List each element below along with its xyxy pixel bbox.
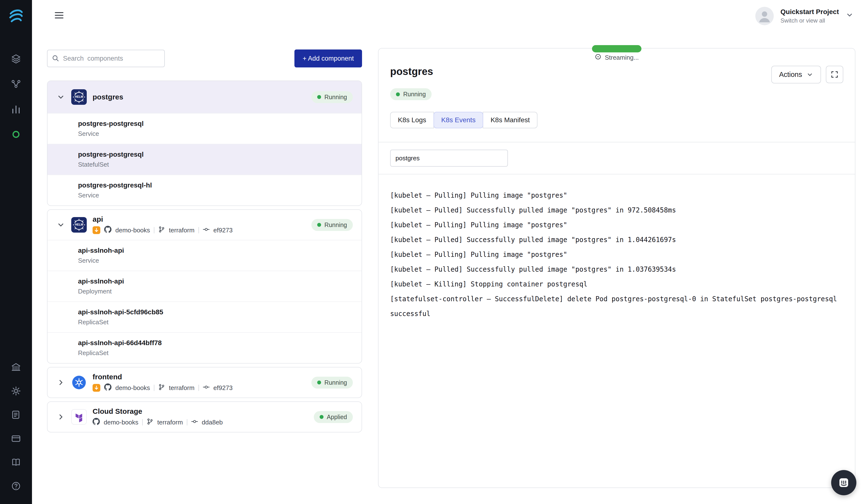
repo-name: demo-books: [104, 419, 138, 426]
detail-actions: Actions: [771, 66, 843, 83]
detail-card: Streaming... postgres Actions: [378, 48, 855, 488]
resource-row[interactable]: api-sslnoh-api-5cfd96cb85 ReplicaSet: [48, 302, 362, 332]
detail-header: postgres Actions: [390, 66, 843, 83]
component-meta: demo-books terraform ef9273: [93, 226, 232, 235]
component-title-block: frontend demo-books: [93, 373, 232, 392]
components-panel: + Add component HELM: [47, 32, 362, 504]
event-line: [kubelet — Pulled] Successfully pulled i…: [390, 203, 843, 218]
main-area: Quickstart Project Switch or view all: [32, 0, 868, 504]
repo-name: demo-books: [115, 226, 150, 234]
events-log[interactable]: [kubelet — Pulling] Pulling image "postg…: [390, 174, 843, 331]
fullscreen-button[interactable]: [826, 66, 843, 83]
divider: [198, 385, 199, 391]
repo-name: demo-books: [115, 384, 150, 392]
git-branch-icon: [147, 418, 153, 427]
component-meta: demo-books terraform ef9273: [93, 383, 232, 392]
spinner-icon: [595, 53, 601, 62]
event-line: [kubelet — Pulling] Pulling image "postg…: [390, 218, 843, 232]
component-search: [47, 50, 165, 67]
chevron-down-icon[interactable]: [56, 220, 65, 230]
metrics-icon[interactable]: [7, 102, 25, 117]
commit-hash: ef9273: [214, 384, 233, 392]
detail-title: postgres: [390, 66, 433, 77]
search-icon: [52, 54, 59, 64]
component-meta: demo-books terraform dda8eb: [93, 418, 223, 427]
terraform-icon: [71, 409, 87, 425]
component-title-block: api demo-books: [93, 215, 232, 235]
settings-gear-icon[interactable]: [7, 384, 25, 398]
actions-button[interactable]: Actions: [771, 66, 821, 83]
avatar[interactable]: [755, 7, 774, 25]
component-name: postgres: [93, 93, 123, 101]
chevron-down-icon[interactable]: [56, 92, 65, 102]
component-name: frontend: [93, 373, 232, 381]
component-header-api[interactable]: HELM api: [48, 210, 362, 240]
divider: [187, 419, 187, 425]
kubernetes-icon: [71, 375, 87, 390]
rail-secondary-nav: [7, 360, 25, 493]
chevron-down-icon[interactable]: [846, 11, 854, 21]
tab-k8s-events[interactable]: K8s Events: [434, 112, 484, 128]
rail-primary-nav: [7, 51, 25, 142]
status-badge: Running: [390, 88, 432, 100]
component-card-api: HELM api: [47, 209, 362, 364]
svg-text:HELM: HELM: [75, 95, 83, 99]
templates-icon[interactable]: [7, 407, 25, 422]
resource-row[interactable]: postgres-postgresql Service: [48, 113, 362, 144]
divider: [142, 419, 143, 425]
helm-icon: HELM: [71, 217, 87, 233]
pipelines-icon[interactable]: [7, 77, 25, 91]
environments-icon[interactable]: [7, 51, 25, 66]
chat-widget-button[interactable]: [831, 470, 856, 495]
chevron-right-icon[interactable]: [56, 412, 65, 422]
event-line: [kubelet — Pulling] Pulling image "postg…: [390, 188, 843, 203]
divider: [154, 227, 154, 233]
detail-status-row: Running: [390, 88, 843, 100]
app: Quickstart Project Switch or view all: [0, 0, 868, 504]
events-filter-input[interactable]: [390, 150, 508, 167]
search-input[interactable]: [47, 50, 165, 67]
branch-name: terraform: [169, 384, 194, 392]
divider: [198, 227, 199, 233]
project-subtitle: Switch or view all: [781, 17, 839, 24]
github-icon: [104, 226, 112, 235]
branch-name: terraform: [157, 419, 183, 426]
resource-row[interactable]: api-sslnoh-api Service: [48, 240, 362, 271]
organization-icon[interactable]: [7, 360, 25, 374]
resource-row[interactable]: postgres-postgresql-hl Service: [48, 175, 362, 205]
component-card-postgres: HELM postgres Running postgres-postgresq…: [47, 81, 362, 206]
content: + Add component HELM: [32, 32, 868, 504]
component-name: api: [93, 215, 232, 223]
commit-hash: ef9273: [214, 226, 233, 234]
resource-row[interactable]: api-sslnoh-api-66d44bff78 ReplicaSet: [48, 332, 362, 363]
streaming-label: Streaming...: [605, 54, 639, 61]
components-toolbar: + Add component: [47, 50, 362, 68]
tab-k8s-logs[interactable]: K8s Logs: [390, 112, 434, 128]
project-switcher[interactable]: Quickstart Project Switch or view all: [755, 7, 854, 25]
status-badge: Running: [311, 91, 353, 103]
help-icon[interactable]: [7, 479, 25, 493]
live-status-icon[interactable]: [7, 127, 25, 142]
billing-icon[interactable]: [7, 431, 25, 446]
chevron-down-icon: [806, 71, 813, 78]
resource-row-selected[interactable]: postgres-postgresql StatefulSet: [48, 144, 362, 175]
status-dot: [317, 95, 321, 99]
status-dot: [317, 381, 321, 384]
component-header-postgres[interactable]: HELM postgres Running: [48, 81, 362, 113]
brand-logo-icon[interactable]: [8, 8, 24, 26]
docs-icon[interactable]: [7, 455, 25, 470]
component-header-frontend[interactable]: frontend demo-books: [48, 367, 362, 397]
detail-panel: Streaming... postgres Actions: [378, 32, 855, 504]
github-icon: [93, 418, 100, 427]
add-component-button[interactable]: + Add component: [294, 50, 362, 68]
resource-row[interactable]: api-sslnoh-api Deployment: [48, 271, 362, 302]
status-dot: [396, 92, 400, 96]
component-header-cloud-storage[interactable]: Cloud Storage demo-books terra: [48, 402, 362, 432]
project-info: Quickstart Project Switch or view all: [781, 8, 839, 24]
fullscreen-icon: [831, 71, 838, 78]
tab-k8s-manifest[interactable]: K8s Manifest: [483, 112, 537, 128]
chevron-right-icon[interactable]: [56, 378, 65, 387]
status-dot: [320, 415, 323, 419]
project-name: Quickstart Project: [781, 8, 839, 16]
menu-hamburger-icon[interactable]: [52, 8, 66, 24]
